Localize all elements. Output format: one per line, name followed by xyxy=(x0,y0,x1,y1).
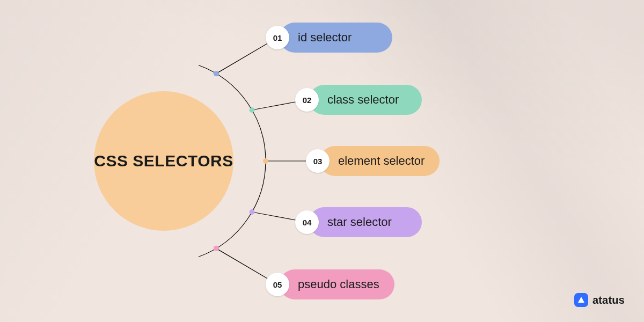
node-pill: pseudo classes xyxy=(280,269,394,299)
selector-node: 05pseudo classes xyxy=(266,269,394,299)
node-number-badge: 05 xyxy=(266,273,289,296)
arc-dot xyxy=(250,209,255,215)
node-label: id selector xyxy=(298,31,352,45)
diagram-stage: CSS SELECTORS 01id selector02class selec… xyxy=(0,0,644,322)
node-pill: id selector xyxy=(280,23,392,53)
arc-dot xyxy=(263,158,268,164)
arc-dot xyxy=(250,107,255,113)
selector-node: 03element selector xyxy=(306,146,440,176)
brand-logo-text: atatus xyxy=(592,294,625,306)
node-number-badge: 02 xyxy=(295,88,319,112)
node-label: star selector xyxy=(327,215,392,229)
node-label: pseudo classes xyxy=(298,277,379,291)
selector-node: 04star selector xyxy=(295,207,422,237)
node-number-badge: 03 xyxy=(306,149,330,173)
arc-dot xyxy=(214,71,219,76)
node-pill: class selector xyxy=(309,85,422,115)
selector-node: 02class selector xyxy=(295,85,422,115)
node-pill: star selector xyxy=(309,207,422,237)
brand-logo: atatus xyxy=(574,293,625,307)
node-label: class selector xyxy=(327,93,399,107)
diagram-title: CSS SELECTORS xyxy=(94,152,233,171)
center-circle: CSS SELECTORS xyxy=(94,91,233,231)
node-label: element selector xyxy=(338,154,425,168)
node-pill: element selector xyxy=(320,146,440,176)
arc-dot xyxy=(214,246,219,251)
node-number-badge: 01 xyxy=(266,26,289,49)
node-number-badge: 04 xyxy=(295,210,319,234)
brand-logo-icon xyxy=(574,293,588,307)
selector-node: 01id selector xyxy=(266,23,392,53)
